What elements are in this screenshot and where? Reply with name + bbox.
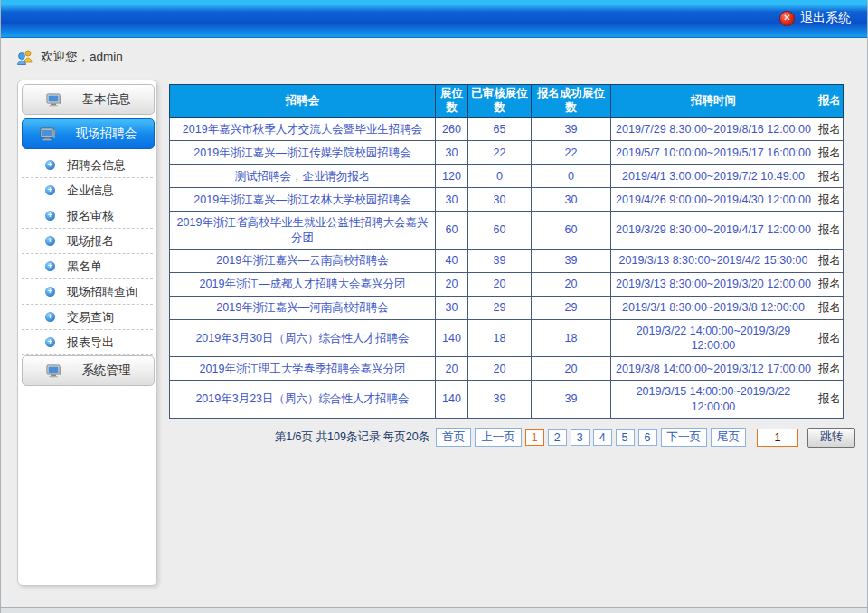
table-row: 2019年3月30日（周六）综合性人才招聘会 140 18 18 2019/3/… (170, 319, 844, 357)
table-row: 2019年浙江嘉兴—浙江农林大学校园招聘会 30 30 30 2019/4/26… (170, 188, 844, 212)
success-count-cell: 39 (532, 118, 611, 141)
jobfair-name-link[interactable]: 测试招聘会，企业请勿报名 (170, 165, 436, 188)
success-count-cell: 20 (532, 357, 611, 381)
page-number-button[interactable]: 5 (616, 429, 635, 446)
jobfair-name-link[interactable]: 2019年浙江嘉兴—浙江传媒学院校园招聘会 (170, 141, 436, 165)
sidebar-item-system-management[interactable]: 系统管理 (22, 355, 155, 386)
apply-link[interactable]: 报名 (816, 165, 844, 188)
apply-link[interactable]: 报名 (816, 296, 844, 319)
jobfair-name-link[interactable]: 2019年浙江嘉兴—浙江农林大学校园招聘会 (170, 188, 436, 212)
plus-circle-icon: + (45, 236, 55, 246)
booth-count-cell: 30 (436, 188, 468, 212)
col-header-jobfair: 招聘会 (170, 85, 436, 118)
submenu-item-label: 交易查询 (67, 309, 114, 325)
page-number-button[interactable]: 4 (593, 429, 612, 446)
jobfair-name-link[interactable]: 2019年嘉兴市秋季人才交流大会暨毕业生招聘会 (170, 118, 436, 141)
apply-link[interactable]: 报名 (816, 319, 844, 357)
topbar: ✕ 退出系统 (1, 0, 867, 38)
reviewed-count-cell: 20 (468, 272, 532, 296)
sidebar-item-basic-info[interactable]: 基本信息 (22, 84, 155, 115)
welcome-bar: 欢迎您，admin (16, 49, 123, 65)
monitor-icon (46, 364, 62, 378)
plus-circle-icon: + (45, 337, 55, 347)
plus-circle-icon: + (45, 160, 55, 170)
apply-link[interactable]: 报名 (816, 249, 844, 272)
apply-link[interactable]: 报名 (816, 212, 844, 250)
apply-link[interactable]: 报名 (816, 381, 844, 419)
sidebar-button-label: 现场招聘会 (76, 126, 137, 142)
reviewed-count-cell: 29 (468, 296, 532, 319)
apply-link[interactable]: 报名 (816, 188, 844, 212)
first-page-button[interactable]: 首页 (436, 428, 471, 447)
apply-link[interactable]: 报名 (816, 141, 844, 165)
success-count-cell: 20 (532, 272, 611, 296)
reviewed-count-cell: 22 (468, 141, 532, 165)
jobfair-name-link[interactable]: 2019年浙江嘉兴—河南高校招聘会 (170, 296, 436, 319)
col-header-success: 报名成功展位数 (532, 85, 611, 118)
col-header-reviewed: 已审核展位数 (468, 85, 532, 118)
sidebar-item-live-jobfair[interactable]: 现场招聘会 (22, 118, 155, 149)
plus-circle-icon: + (45, 312, 55, 322)
sidebar-submenu-item[interactable]: + 黑名单 (22, 254, 153, 279)
reviewed-count-cell: 18 (468, 319, 532, 357)
jump-button[interactable]: 跳转 (807, 428, 855, 448)
submenu-item-label: 企业信息 (67, 183, 114, 199)
table-header-row: 招聘会 展位数 已审核展位数 报名成功展位数 招聘时间 报名 (170, 85, 844, 118)
reviewed-count-cell: 30 (468, 188, 532, 212)
jump-page-input[interactable] (757, 429, 798, 447)
pagination-summary: 第1/6页 共109条记录 每页20条 (275, 429, 430, 445)
page-number-button[interactable]: 2 (548, 429, 567, 446)
prev-page-button[interactable]: 上一页 (475, 428, 522, 447)
jobfair-table: 招聘会 展位数 已审核展位数 报名成功展位数 招聘时间 报名 2019年嘉兴市秋… (169, 84, 844, 419)
success-count-cell: 30 (532, 188, 611, 212)
logout-button[interactable]: ✕ 退出系统 (779, 10, 851, 26)
reviewed-count-cell: 65 (468, 118, 532, 141)
monitor-icon (46, 93, 62, 107)
jobfair-name-link[interactable]: 2019年浙江—成都人才招聘大会嘉兴分团 (170, 272, 436, 296)
jobfair-name-link[interactable]: 2019年浙江嘉兴—云南高校招聘会 (170, 249, 436, 272)
booth-count-cell: 40 (436, 249, 468, 272)
table-row: 2019年嘉兴市秋季人才交流大会暨毕业生招聘会 260 65 39 2019/7… (170, 118, 844, 141)
plus-circle-icon: + (45, 185, 55, 195)
jobfair-name-link[interactable]: 2019年浙江省高校毕业生就业公益性招聘大会嘉兴分团 (170, 212, 436, 250)
page-number-button[interactable]: 3 (571, 429, 590, 446)
jobfair-name-link[interactable]: 2019年3月30日（周六）综合性人才招聘会 (170, 319, 436, 357)
table-row: 2019年浙江嘉兴—浙江传媒学院校园招聘会 30 22 22 2019/5/7 … (170, 141, 844, 165)
sidebar-submenu-item[interactable]: + 现场招聘查询 (22, 279, 153, 305)
jobfair-name-link[interactable]: 2019年浙江理工大学春季招聘会嘉兴分团 (170, 357, 436, 381)
success-count-cell: 0 (532, 165, 611, 188)
sidebar-submenu-item[interactable]: + 招聘会信息 (22, 153, 153, 178)
booth-count-cell: 260 (436, 118, 468, 141)
last-page-button[interactable]: 尾页 (711, 428, 746, 447)
page: ✕ 退出系统 欢迎您，admin 基本信息 (0, 0, 868, 613)
table-row: 2019年3月23日（周六）综合性人才招聘会 140 39 39 2019/3/… (170, 381, 844, 419)
page-number-buttons: 1 2 3 4 5 6 (525, 429, 657, 446)
recruit-time-cell: 2019/3/29 8:30:00~2019/4/17 12:00:00 (611, 212, 816, 250)
sidebar-submenu-item[interactable]: + 企业信息 (22, 178, 153, 203)
page-number-button[interactable]: 6 (638, 429, 657, 446)
sidebar-submenu-item[interactable]: + 交易查询 (22, 305, 153, 330)
window-bottom-frame (1, 607, 867, 613)
sidebar-submenu-item[interactable]: + 报表导出 (22, 330, 153, 355)
apply-link[interactable]: 报名 (816, 118, 844, 141)
next-page-button[interactable]: 下一页 (661, 428, 708, 447)
page-number-button[interactable]: 1 (525, 429, 544, 446)
pagination: 第1/6页 共109条记录 每页20条 首页 上一页 1 2 3 4 5 6 下… (169, 428, 855, 448)
success-count-cell: 18 (532, 319, 611, 357)
submenu-item-label: 黑名单 (67, 259, 102, 275)
booth-count-cell: 30 (436, 141, 468, 165)
apply-link[interactable]: 报名 (816, 272, 844, 296)
submenu-item-label: 报表导出 (67, 335, 114, 351)
recruit-time-cell: 2019/3/13 8:30:00~2019/4/2 15:30:00 (611, 249, 816, 272)
apply-link[interactable]: 报名 (816, 357, 844, 381)
sidebar-submenu-item[interactable]: + 报名审核 (22, 203, 153, 229)
table-row: 2019年浙江—成都人才招聘大会嘉兴分团 20 20 20 2019/3/13 … (170, 272, 844, 296)
booth-count-cell: 20 (436, 357, 468, 381)
table-row: 2019年浙江嘉兴—河南高校招聘会 30 29 29 2019/3/1 8:30… (170, 296, 844, 319)
table-row: 2019年浙江省高校毕业生就业公益性招聘大会嘉兴分团 60 60 60 2019… (170, 212, 844, 250)
jobfair-name-link[interactable]: 2019年3月23日（周六）综合性人才招聘会 (170, 381, 436, 419)
sidebar-submenu-item[interactable]: + 现场报名 (22, 229, 153, 254)
close-circle-icon: ✕ (779, 11, 795, 26)
booth-count-cell: 120 (436, 165, 468, 188)
main-content: 招聘会 展位数 已审核展位数 报名成功展位数 招聘时间 报名 2019年嘉兴市秋… (169, 84, 855, 448)
